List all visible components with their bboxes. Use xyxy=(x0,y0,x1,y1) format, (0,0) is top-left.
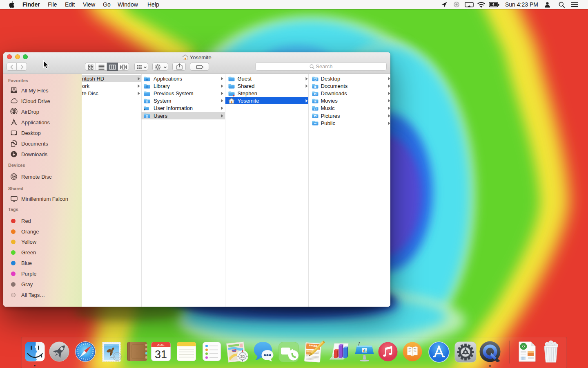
svg-text:3D: 3D xyxy=(240,354,245,359)
svg-text:AUG: AUG xyxy=(157,343,164,347)
svg-text:31: 31 xyxy=(155,348,167,361)
